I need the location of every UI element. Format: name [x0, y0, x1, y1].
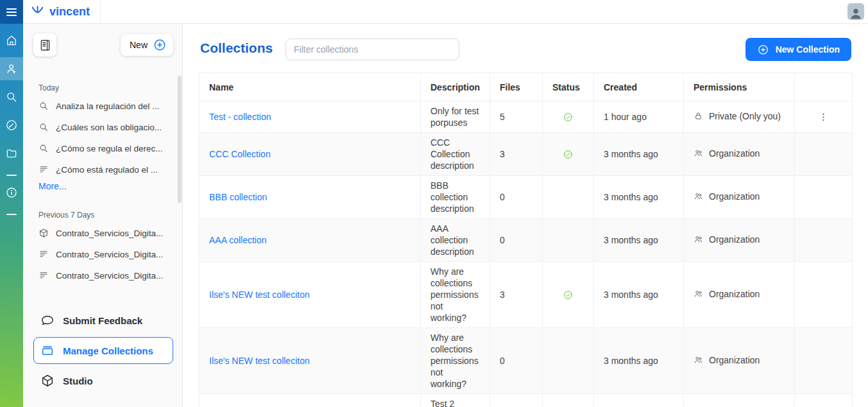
row-menu-button[interactable] — [795, 101, 853, 133]
collections-icon — [40, 343, 55, 358]
history-item[interactable]: ¿Cuáles son las obligacio... — [33, 117, 173, 137]
sidebar-item-manage-collections[interactable]: Manage Collections — [33, 337, 173, 364]
collection-status — [543, 133, 594, 176]
nav-rail — [0, 0, 23, 407]
folder-icon — [5, 147, 18, 160]
section-label: Today — [38, 83, 173, 92]
history-item[interactable]: ¿Cómo está regulado el ... — [33, 160, 173, 179]
plus-circle-icon — [153, 38, 167, 52]
row-menu-button — [795, 133, 853, 176]
sidebar-item-studio[interactable]: Studio — [33, 367, 173, 394]
column-header[interactable]: Description — [421, 73, 490, 101]
collection-files: 0 — [490, 176, 543, 219]
column-header[interactable]: Permissions — [684, 73, 795, 101]
sidebar-section: TodayAnaliza la regulación del ...¿Cuále… — [33, 83, 173, 191]
search-icon — [38, 122, 49, 132]
history-item[interactable]: Contrato_Servicios_Digita... — [33, 266, 173, 285]
hamburger-button[interactable] — [0, 0, 23, 24]
section-label: Previous 7 Days — [38, 211, 173, 220]
collection-files: 5 — [490, 101, 543, 133]
rail-folder-button[interactable] — [0, 142, 23, 165]
notebook-icon — [38, 39, 52, 52]
search-icon — [38, 101, 49, 111]
sidebar-item-submit-feedback[interactable]: Submit Feedback — [33, 307, 173, 334]
column-header[interactable]: Created — [594, 73, 684, 101]
history-item-label: ¿Cómo está regulado el ... — [56, 165, 158, 175]
collection-permissions: Organization — [684, 133, 795, 176]
collection-created: 3 months ago — [594, 262, 684, 328]
people-icon — [694, 234, 703, 244]
rail-info-button[interactable] — [0, 181, 23, 204]
collection-created: 3 months ago — [594, 176, 684, 219]
history-item[interactable]: ¿Cómo se regula el derec... — [33, 139, 173, 158]
collection-files: 3 — [490, 133, 543, 176]
collection-name-link[interactable]: Test - collection — [200, 101, 421, 133]
sidebar-section: Previous 7 DaysContrato_Servicios_Digita… — [33, 211, 173, 285]
new-collection-button[interactable]: New Collection — [745, 38, 851, 61]
collection-permissions: Private (Only you) — [684, 101, 795, 133]
collection-files: 0 — [490, 219, 543, 262]
collection-description: Why are collections permissions not work… — [421, 262, 490, 328]
column-header[interactable] — [795, 73, 853, 101]
row-menu-button — [795, 262, 853, 328]
history-item[interactable]: Contrato_Servicios_Digita... — [33, 245, 173, 264]
history-item[interactable]: Contrato_Servicios_Digita... — [33, 223, 173, 243]
kebab-icon — [818, 112, 829, 123]
new-button[interactable]: New — [121, 34, 173, 56]
sidebar-sections: TodayAnaliza la regulación del ...¿Cuále… — [33, 56, 173, 287]
people-icon — [694, 355, 703, 365]
column-header[interactable]: Name — [200, 73, 421, 101]
lock-icon — [694, 111, 703, 121]
collection-permissions: Organization — [684, 328, 795, 394]
table-row: Ilse's NEW test collecitonWhy are collec… — [200, 262, 853, 328]
table-row: BBB collectionBBB collection description… — [200, 176, 853, 219]
secondary-sidebar: New TodayAnaliza la regulación del ...¿C… — [23, 24, 183, 407]
collection-name-link[interactable]: AAA collection — [200, 219, 421, 262]
history-item-label: Contrato_Servicios_Digita... — [56, 250, 163, 259]
collection-permissions: Organization — [684, 262, 795, 328]
rail-pen-button[interactable] — [0, 114, 23, 137]
column-header[interactable]: Status — [543, 73, 594, 101]
pen-circle-icon — [5, 119, 18, 132]
row-menu-button — [795, 328, 853, 394]
user-icon — [5, 62, 18, 75]
chat-icon — [40, 313, 55, 327]
plus-circle-icon — [757, 44, 769, 56]
people-icon — [694, 191, 703, 201]
column-header[interactable]: Files — [490, 73, 543, 101]
collection-status — [543, 328, 594, 394]
page-title: Collections — [200, 40, 273, 56]
collection-name-link[interactable]: Ilse's NEW test colleciton — [200, 262, 421, 328]
notebook-button[interactable] — [33, 33, 56, 56]
check-icon — [563, 149, 574, 160]
collection-status — [543, 262, 594, 328]
more-link[interactable]: More... — [38, 181, 173, 191]
collection-name-link[interactable]: BBB collection — [200, 176, 421, 219]
table-row: AAA collectionAAA collection description… — [200, 219, 853, 262]
user-avatar[interactable] — [847, 3, 864, 20]
brand-logo[interactable]: vincent — [23, 0, 101, 23]
filter-collections-input[interactable] — [285, 39, 459, 60]
table-row: Ilse's NEW test collecitonWhy are collec… — [200, 328, 853, 394]
rail-home-button[interactable] — [0, 29, 23, 52]
collection-description: Why are collections permissions not work… — [421, 328, 490, 394]
history-item[interactable]: Analiza la regulación del ... — [33, 96, 173, 116]
collection-name-link[interactable]: CCC Collection — [200, 133, 421, 176]
people-icon — [694, 148, 703, 158]
sidebar-footer: Submit FeedbackManage CollectionsStudio — [33, 307, 173, 394]
collection-status — [543, 101, 594, 133]
rail-divider — [6, 175, 17, 176]
collection-name-link[interactable]: Ilse's NEW test colleciton — [200, 328, 421, 394]
rail-search-button[interactable] — [0, 85, 23, 108]
info-icon — [5, 186, 18, 199]
collection-description: CCC Collection description — [421, 133, 490, 176]
sidebar-scrollbar[interactable] — [178, 76, 182, 203]
cube-icon — [40, 374, 55, 388]
collections-table-wrap: NameDescriptionFilesStatusCreatedPermiss… — [199, 73, 853, 407]
collection-files: 3 — [490, 262, 543, 328]
history-item-label: ¿Cómo se regula el derec... — [56, 144, 163, 153]
new-button-label: New — [130, 40, 148, 50]
people-icon — [694, 289, 703, 299]
vincent-logo-icon — [30, 4, 46, 19]
rail-user-button[interactable] — [0, 57, 23, 80]
